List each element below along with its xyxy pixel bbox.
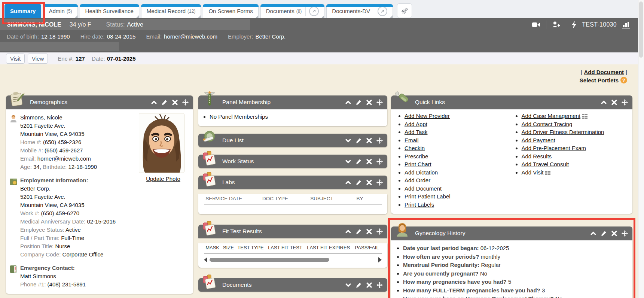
- quick-link[interactable]: Add Appt: [405, 121, 427, 127]
- tab-admin[interactable]: Admin (5): [43, 4, 77, 18]
- person-add-icon[interactable]: [552, 21, 561, 28]
- close-x-icon[interactable]: [366, 179, 372, 186]
- close-x-icon[interactable]: [611, 99, 617, 106]
- move-cross-icon[interactable]: [376, 137, 383, 144]
- lightning-bolt-icon[interactable]: [571, 21, 577, 28]
- column-header-link[interactable]: LAST FIT EXPIRES: [305, 243, 353, 254]
- tab-documents-dv[interactable]: Documents-DV: [326, 4, 393, 18]
- collapse-chevron-icon[interactable]: [590, 230, 596, 237]
- edit-pencil-icon[interactable]: [355, 158, 362, 165]
- quick-link[interactable]: Add Contact Tracing: [522, 121, 573, 127]
- tab-popout-button[interactable]: [305, 6, 319, 16]
- move-cross-icon[interactable]: [376, 158, 383, 165]
- gynecology-header[interactable]: Gynecology History: [391, 226, 632, 240]
- quick-link[interactable]: Add Case Management: [522, 113, 581, 119]
- edit-pencil-icon[interactable]: [601, 230, 607, 237]
- edit-pencil-icon[interactable]: [355, 179, 362, 186]
- tab-medical-record[interactable]: Medical Record (12): [141, 4, 201, 18]
- quick-link[interactable]: Add Document: [405, 185, 442, 192]
- work-status-header[interactable]: Work Status: [198, 155, 387, 168]
- move-cross-icon[interactable]: [622, 230, 628, 237]
- edit-pencil-icon[interactable]: [355, 137, 362, 144]
- patient-name-link[interactable]: Simmons, Nicole: [20, 114, 62, 121]
- quick-link[interactable]: Email: [405, 137, 419, 143]
- quick-link[interactable]: Prescribe: [405, 153, 428, 159]
- close-x-icon[interactable]: [366, 228, 372, 235]
- column-header-link[interactable]: SIZE: [222, 243, 236, 254]
- tab-health-surveillance[interactable]: Health Surveillance: [80, 4, 139, 18]
- help-icon[interactable]: ?: [620, 77, 627, 83]
- move-cross-icon[interactable]: [376, 228, 383, 235]
- column-header-link[interactable]: LAST FIT TEST: [266, 243, 305, 254]
- scrollbar-thumb[interactable]: [639, 1, 643, 58]
- collapse-chevron-icon[interactable]: [345, 179, 351, 186]
- column-header-link[interactable]: TEST TYPE: [236, 243, 266, 254]
- horizontal-scrollbar[interactable]: [204, 257, 382, 262]
- video-camera-icon[interactable]: [532, 21, 541, 28]
- quick-link[interactable]: Add Payment: [522, 137, 555, 143]
- quick-links-header[interactable]: Quick Links: [391, 95, 632, 109]
- expand-chevron-icon[interactable]: [345, 282, 351, 288]
- column-header[interactable]: SUBJECT: [309, 194, 355, 205]
- move-cross-icon[interactable]: [182, 99, 189, 106]
- edit-pencil-icon[interactable]: [355, 99, 362, 106]
- tab-settings-button[interactable]: [397, 3, 412, 18]
- update-photo-link[interactable]: Update Photo: [146, 176, 180, 182]
- view-button[interactable]: View: [28, 54, 48, 64]
- tab-documents[interactable]: Documents (8): [260, 4, 325, 18]
- quick-link[interactable]: Add Task: [405, 129, 427, 135]
- quick-link[interactable]: Add Order: [405, 177, 430, 183]
- vertical-scrollbar[interactable]: [638, 0, 644, 298]
- demographics-header[interactable]: Demographics: [6, 95, 193, 109]
- edit-pencil-icon[interactable]: [161, 99, 168, 106]
- scroll-right-arrow[interactable]: [378, 257, 382, 262]
- edit-pencil-icon[interactable]: [355, 282, 362, 288]
- quick-link[interactable]: Checkin: [405, 145, 425, 151]
- tab-popout-button[interactable]: [374, 6, 387, 16]
- close-x-icon[interactable]: [366, 137, 372, 144]
- close-x-icon[interactable]: [366, 158, 372, 165]
- expand-chevron-icon[interactable]: [345, 158, 351, 165]
- select-portlets-link[interactable]: Select Portlets: [580, 77, 619, 83]
- quick-link[interactable]: Print Chart: [405, 161, 431, 167]
- quick-link[interactable]: Add Visit: [522, 169, 544, 176]
- collapse-chevron-icon[interactable]: [345, 228, 351, 235]
- collapse-chevron-icon[interactable]: [151, 99, 157, 106]
- quick-link[interactable]: Print Labels: [405, 201, 434, 208]
- column-header[interactable]: BY: [355, 194, 382, 205]
- quick-link[interactable]: Add Results: [522, 153, 552, 159]
- quick-link[interactable]: Add Pre-Placement Exam: [522, 145, 586, 151]
- quick-link[interactable]: Print Patient Label: [405, 193, 451, 200]
- close-x-icon[interactable]: [366, 99, 372, 106]
- scrollbar-track[interactable]: [210, 258, 376, 262]
- tab-on-screen-forms[interactable]: On Screen Forms: [203, 4, 258, 18]
- tab-summary[interactable]: Summary: [4, 4, 41, 18]
- quick-link[interactable]: Add Driver Fitness Determination: [522, 129, 604, 135]
- move-cross-icon[interactable]: [622, 99, 628, 106]
- scrollbar-thumb[interactable]: [210, 258, 329, 262]
- edit-pencil-icon[interactable]: [355, 228, 362, 235]
- bar-chart-icon[interactable]: [622, 21, 630, 28]
- collapse-chevron-icon[interactable]: [345, 99, 351, 106]
- collapse-chevron-icon[interactable]: [601, 99, 607, 106]
- close-x-icon[interactable]: [366, 282, 372, 288]
- column-header-link[interactable]: PASS/FAIL: [354, 243, 382, 254]
- quick-link[interactable]: Add New Provider: [405, 113, 450, 119]
- fit-test-header[interactable]: Fit Test Results: [198, 225, 387, 238]
- column-header[interactable]: DOC TYPE: [261, 194, 309, 205]
- labs-header[interactable]: Labs: [198, 176, 387, 189]
- due-list-header[interactable]: Due List: [198, 134, 387, 147]
- move-cross-icon[interactable]: [376, 282, 383, 288]
- visit-button[interactable]: Visit: [6, 54, 25, 64]
- quick-link[interactable]: Add Travel Consult: [522, 161, 569, 167]
- column-header-link[interactable]: MASK: [204, 243, 222, 254]
- add-document-link[interactable]: Add Document: [584, 69, 624, 75]
- expand-chevron-icon[interactable]: [345, 137, 351, 144]
- quick-link[interactable]: Add Dictation: [405, 169, 438, 176]
- panel-membership-header[interactable]: Panel Membership: [198, 95, 387, 109]
- documents-header[interactable]: Documents: [198, 278, 387, 292]
- move-cross-icon[interactable]: [376, 179, 383, 186]
- close-x-icon[interactable]: [172, 99, 178, 106]
- scroll-left-arrow[interactable]: [204, 257, 207, 262]
- move-cross-icon[interactable]: [376, 99, 383, 106]
